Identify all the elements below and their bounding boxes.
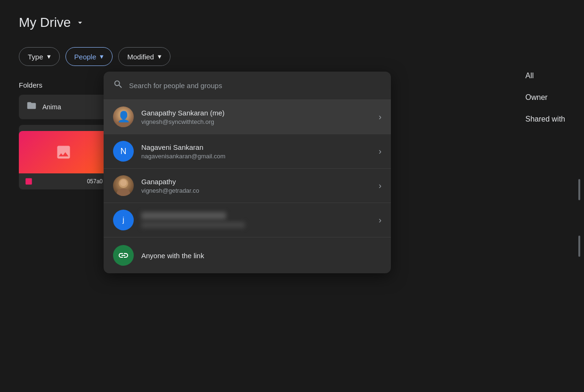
people-chevron-icon: ▾ — [100, 52, 104, 61]
modified-label: Modified — [127, 53, 154, 61]
person-info-j — [141, 212, 371, 228]
link-avatar — [113, 245, 134, 266]
person-name: Nagaveni Sankaran — [141, 143, 371, 151]
file-thumb-image — [19, 131, 108, 173]
filter-owner[interactable]: Owner — [526, 93, 566, 102]
page-title: My Drive — [19, 15, 71, 30]
file-card-name: 057a0 — [87, 178, 103, 185]
svg-point-4 — [117, 188, 130, 196]
person-email: vignesh@syncwithtech.org — [141, 118, 371, 125]
scrollbar-indicator-2 — [578, 236, 580, 257]
person-item-nagaveni[interactable]: N Nagaveni Sankaran nagavenisankaran@gma… — [104, 134, 391, 168]
type-chevron-icon: ▾ — [47, 52, 51, 61]
search-row: Search for people and groups — [104, 72, 391, 100]
chevron-right-icon: › — [379, 215, 381, 225]
type-label: Type — [28, 53, 43, 61]
svg-point-0 — [119, 110, 128, 119]
avatar-j: j — [113, 210, 134, 230]
person-email: nagavenisankaran@gmail.com — [141, 153, 371, 160]
person-item-ganapathy2[interactable]: Ganapathy vignesh@getradar.co › — [104, 169, 391, 203]
person-info-nagaveni: Nagaveni Sankaran nagavenisankaran@gmail… — [141, 143, 371, 160]
person-email: vignesh@getradar.co — [141, 187, 371, 194]
avatar-ganapathy2 — [113, 175, 134, 196]
my-drive-dropdown-button[interactable] — [74, 17, 86, 28]
anyone-with-link-label: Anyone with the link — [141, 252, 204, 260]
filter-shared-with[interactable]: Shared with — [526, 115, 566, 123]
person-name: Ganapathy Sankaran (me) — [141, 109, 371, 117]
modified-filter-button[interactable]: Modified ▾ — [118, 47, 170, 66]
people-dropdown: Search for people and groups Ganapathy S… — [104, 72, 391, 273]
search-placeholder: Search for people and groups — [129, 82, 222, 90]
avatar-nagaveni: N — [113, 141, 134, 162]
svg-point-1 — [117, 120, 130, 127]
person-name-blurred — [141, 212, 226, 220]
scrollbar-indicator — [578, 179, 580, 200]
file-card-footer: 057a0 — [19, 173, 108, 189]
people-label: People — [74, 53, 97, 61]
person-name: Ganapathy — [141, 178, 371, 186]
file-card-image[interactable]: 057a0 — [19, 131, 108, 189]
person-item-ganapathy-me[interactable]: Ganapathy Sankaran (me) vignesh@syncwith… — [104, 100, 391, 134]
svg-point-5 — [120, 180, 127, 186]
person-info-ganapathy-me: Ganapathy Sankaran (me) vignesh@syncwith… — [141, 109, 371, 125]
folder-icon — [26, 100, 37, 114]
person-item-j[interactable]: j › — [104, 203, 391, 237]
filter-all[interactable]: All — [526, 72, 566, 80]
avatar-ganapathy-me — [113, 106, 134, 127]
people-filter-button[interactable]: People ▾ — [65, 47, 113, 66]
anyone-with-link-item[interactable]: Anyone with the link — [104, 237, 391, 273]
folder-name: Anima — [42, 103, 61, 111]
chevron-right-icon: › — [379, 181, 381, 191]
person-info-ganapathy2: Ganapathy vignesh@getradar.co — [141, 178, 371, 194]
modified-chevron-icon: ▾ — [158, 52, 162, 61]
search-icon — [113, 79, 123, 92]
person-email-blurred — [141, 222, 245, 228]
right-filter-panel: All Owner Shared with — [526, 72, 566, 123]
chevron-right-icon: › — [379, 112, 381, 122]
type-filter-button[interactable]: Type ▾ — [19, 47, 60, 66]
filter-row: Type ▾ People ▾ Modified ▾ — [19, 47, 565, 66]
svg-point-2 — [120, 111, 127, 117]
chevron-right-icon: › — [379, 147, 381, 156]
